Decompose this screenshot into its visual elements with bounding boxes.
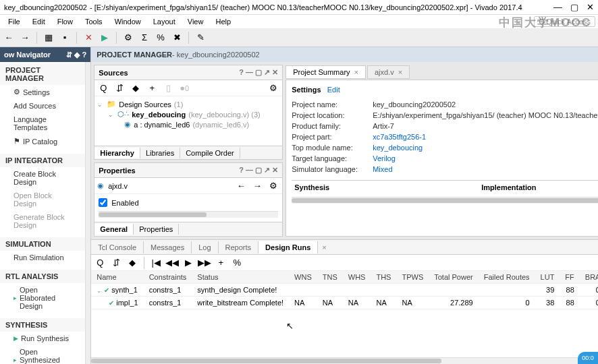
module-icon: ⬡∴: [117, 110, 129, 119]
quick-access[interactable]: Q Quick Access: [534, 16, 595, 27]
open-synth-item[interactable]: ▸Open Synthesized Design: [0, 345, 85, 364]
run-sim-item[interactable]: Run Simulation: [0, 251, 85, 264]
close-icon[interactable]: ✕: [587, 2, 594, 12]
summary-hscroll[interactable]: [292, 197, 598, 204]
close-icon[interactable]: ×: [398, 68, 402, 76]
menu-layout[interactable]: Layout: [148, 16, 181, 27]
cross-icon[interactable]: ✖: [171, 32, 183, 44]
props-pane-controls[interactable]: ? — ▢ ↗ ✕: [239, 166, 278, 175]
menu-window[interactable]: Window: [109, 16, 146, 27]
tab-libraries[interactable]: Libraries: [140, 148, 180, 158]
tab-general[interactable]: General: [94, 224, 134, 235]
settings-icon[interactable]: ⚙: [267, 180, 279, 192]
target-lang-link[interactable]: Verilog: [373, 154, 396, 162]
pm-header: PROJECT MANAGER - key_dbouncing20200502 …: [91, 47, 598, 62]
add-sources-item[interactable]: Add Sources: [0, 99, 85, 113]
tree-root[interactable]: ⌄ 📁 Design Sources (1): [97, 99, 279, 109]
settings-icon[interactable]: ⚙: [267, 82, 279, 94]
prev-icon[interactable]: ←: [235, 180, 247, 192]
close-icon[interactable]: ×: [354, 68, 358, 76]
copy-icon[interactable]: ▦: [43, 32, 55, 44]
menu-view[interactable]: View: [182, 16, 209, 27]
flow-nav-controls[interactable]: ⇵ ◆ ?: [66, 51, 86, 59]
collapse-icon[interactable]: ⇵: [110, 257, 122, 269]
next-icon[interactable]: →: [251, 180, 263, 192]
expand-icon[interactable]: ◆: [126, 257, 138, 269]
sources-pane-controls[interactable]: ? — ▢ ↗ ✕: [239, 68, 278, 77]
tab-log[interactable]: Log: [192, 241, 218, 253]
table-row[interactable]: ⌄ ✔ synth_1 constrs_1synth_design Comple…: [91, 284, 598, 297]
tab-messages[interactable]: Messages: [144, 241, 192, 253]
create-block-item[interactable]: Create Block Design: [0, 167, 85, 189]
ip-catalog-item[interactable]: ⚑IP Catalog: [0, 134, 85, 148]
gear-icon[interactable]: ⚙: [122, 32, 134, 44]
open-block-item[interactable]: Open Block Design: [0, 189, 85, 210]
doc-icon[interactable]: ▯: [162, 82, 174, 94]
enabled-checkbox[interactable]: [99, 198, 107, 207]
check-icon: ✔: [104, 286, 109, 294]
open-elab-item[interactable]: ▸Open Elaborated Design: [0, 283, 85, 313]
edit-link[interactable]: Edit: [327, 86, 340, 94]
flow-nav-scrollbar[interactable]: [85, 62, 90, 364]
expand-icon[interactable]: ◆: [130, 82, 142, 94]
collapse-icon[interactable]: ⌄: [97, 101, 104, 108]
gear-icon: ⚙: [13, 88, 20, 96]
tab-hierarchy[interactable]: Hierarchy: [94, 148, 140, 158]
add-icon[interactable]: +: [146, 82, 158, 94]
tab-compile[interactable]: Compile Order: [180, 148, 240, 158]
paste-icon[interactable]: ▪: [59, 32, 71, 44]
synth-section: SYNTHESIS: [0, 318, 85, 332]
lang-templates-item[interactable]: Language Templates: [0, 113, 85, 134]
settings-heading: Settings: [292, 86, 321, 94]
sim-lang-link[interactable]: Mixed: [373, 165, 392, 173]
menu-help[interactable]: Help: [210, 16, 236, 27]
props-title: Properties: [99, 166, 135, 175]
props-hscroll[interactable]: [99, 211, 278, 218]
prev-icon[interactable]: ◀◀: [166, 257, 178, 269]
search-icon[interactable]: Q: [94, 257, 106, 269]
add-icon[interactable]: +: [215, 257, 227, 269]
next-icon[interactable]: ▶▶: [198, 257, 211, 269]
run-synth-item[interactable]: ▶Run Synthesis: [0, 332, 85, 345]
cancel-icon[interactable]: ✕: [82, 32, 94, 44]
table-header[interactable]: NameConstraintsStatus WNSTNSWHS THSTPWST…: [91, 271, 598, 284]
expand-icon: ▸: [13, 295, 17, 301]
tree-inst[interactable]: ◉ a : dynamic_led6 (dynamic_led6.v): [97, 119, 279, 129]
run-icon[interactable]: ▶: [99, 32, 111, 44]
back-icon[interactable]: ←: [3, 32, 15, 44]
tab-design-runs[interactable]: Design Runs: [259, 241, 318, 253]
search-icon[interactable]: Q: [97, 82, 109, 94]
tab-tcl[interactable]: Tcl Console: [91, 241, 144, 253]
menu-flow[interactable]: Flow: [52, 16, 78, 27]
flow-nav-header: ow Navigator ⇵ ◆ ?: [0, 47, 90, 62]
sigma-icon[interactable]: Σ: [138, 32, 151, 44]
menu-tools[interactable]: Tools: [80, 16, 108, 27]
play-icon[interactable]: ▶: [182, 257, 194, 269]
percent-icon[interactable]: %: [231, 257, 243, 269]
table-row[interactable]: ✔ impl_1 constrs_1write_bitstream Comple…: [91, 297, 598, 309]
minimize-icon[interactable]: —: [553, 2, 562, 12]
project-part-link[interactable]: xc7a35tftg256-1: [373, 133, 426, 141]
maximize-icon[interactable]: ▢: [570, 2, 578, 12]
top-module-link[interactable]: key_deboucing: [373, 144, 423, 152]
percent-icon[interactable]: %: [155, 32, 167, 44]
forward-icon[interactable]: →: [19, 32, 31, 44]
menu-edit[interactable]: Edit: [27, 16, 51, 27]
tab-ajxd[interactable]: ajxd.v×: [367, 65, 410, 79]
first-icon[interactable]: |◀: [150, 257, 162, 269]
bottom-hscroll[interactable]: [91, 357, 598, 364]
collapse-icon[interactable]: ⇵: [113, 82, 126, 94]
collapse-icon[interactable]: ⌄: [108, 111, 115, 118]
close-icon[interactable]: ×: [318, 243, 330, 251]
settings-item[interactable]: ⚙Settings: [0, 85, 85, 99]
highlight-icon[interactable]: ✎: [194, 32, 207, 44]
tree-module[interactable]: ⌄ ⬡∴ key_deboucing (key_deboucing.v) (3): [97, 109, 279, 119]
tab-project-summary[interactable]: Project Summary×: [286, 65, 366, 79]
sim-section: SIMULATION: [0, 237, 85, 251]
tab-reports[interactable]: Reports: [219, 241, 259, 253]
menu-file[interactable]: File: [3, 16, 26, 27]
project-name-value: key_dbouncing20200502: [373, 100, 456, 109]
tab-properties[interactable]: Properties: [134, 224, 179, 235]
gen-block-item[interactable]: Generate Block Design: [0, 210, 85, 232]
messages-icon[interactable]: ● 0: [178, 82, 190, 94]
